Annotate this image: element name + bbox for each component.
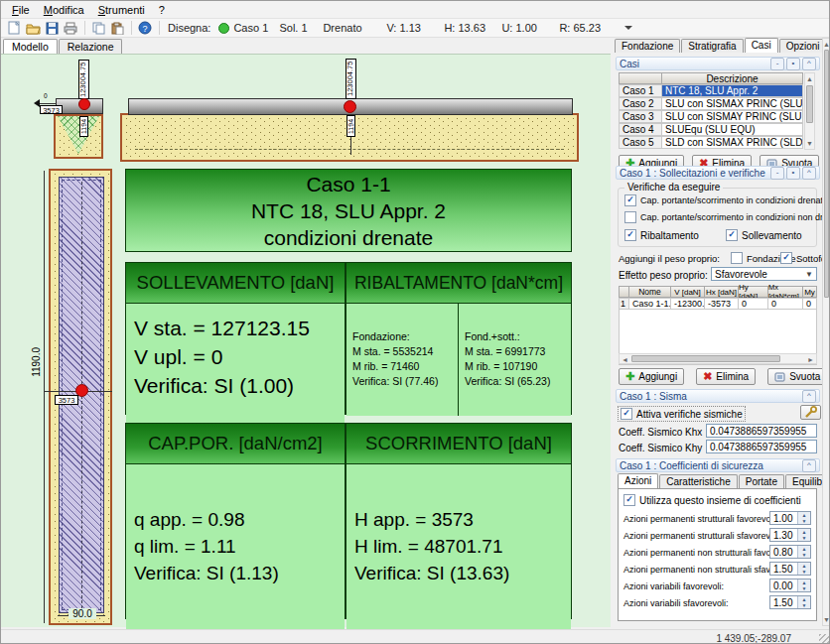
casi-table-scrollbar[interactable]: ▲ ▼	[804, 72, 815, 150]
tab-modello[interactable]: Modello	[3, 39, 58, 55]
tab-relazione[interactable]: Relazione	[59, 39, 123, 54]
group-pin-button[interactable]: •	[786, 58, 800, 70]
grid-row[interactable]: 1 Caso 1-1... -12300... -3573 0 0 0	[619, 298, 817, 310]
row-header[interactable]: Caso 3	[619, 110, 662, 123]
table-row[interactable]: Caso 2 SLU con SISMAX PRINC (SLU Appr...	[619, 97, 803, 110]
coeff-value[interactable]: 1.50	[770, 596, 797, 608]
coeff-value[interactable]: 0.00	[770, 580, 797, 591]
resize-grip[interactable]	[819, 634, 829, 644]
group-minus-button[interactable]: -	[770, 167, 784, 180]
scroll-up-icon[interactable]: ▲	[805, 73, 814, 82]
spinner-arrows-icon[interactable]: ▲▼	[797, 596, 810, 608]
table-row[interactable]: Caso 1 NTC 18, SLU Appr. 2	[619, 84, 803, 97]
scroll-down-icon[interactable]: ▼	[805, 140, 814, 147]
table-row[interactable]: Caso 3 SLU con SISMAY PRINC (SLU Appr...	[619, 110, 803, 123]
print-button[interactable]	[62, 20, 79, 36]
copy-button[interactable]	[89, 20, 107, 36]
row-header[interactable]: Caso 4	[619, 123, 662, 136]
checkbox-icon[interactable]: ✓	[624, 229, 636, 241]
row-header[interactable]: Caso 2	[619, 97, 662, 110]
scroll-left-icon[interactable]: ◄	[622, 356, 628, 363]
table-row[interactable]: Caso 5 SLD con SISMAX PRINC (SLD)	[619, 136, 803, 149]
checkbox-icon[interactable]: ✓	[780, 252, 792, 264]
chevron-down-icon[interactable]	[624, 26, 632, 30]
scrollbar-thumb[interactable]	[806, 85, 813, 123]
scroll-up-icon[interactable]: ▲	[823, 39, 830, 48]
checkbox-icon[interactable]: ✓	[726, 229, 738, 241]
table-row[interactable]: Caso 4 SLUEqu (SLU EQU)	[619, 123, 803, 136]
sisma-settings-button[interactable]	[800, 405, 821, 420]
spinner-arrows-icon[interactable]: ▲▼	[797, 546, 810, 558]
collapse-chevron-icon[interactable]: ^	[802, 58, 816, 70]
checkbox-icon[interactable]: ✓	[621, 408, 632, 420]
grid-hscrollbar[interactable]: ◄ ►	[619, 353, 817, 364]
spinner-arrows-icon[interactable]: ▲▼	[797, 563, 810, 575]
coeff-value[interactable]: 1.50	[770, 563, 797, 575]
grid-cell-v[interactable]: -12300...	[671, 298, 705, 310]
khy-input[interactable]	[706, 440, 817, 453]
loads-clear-button[interactable]: Svuota	[767, 368, 827, 385]
chk-drenate[interactable]: ✓ Cap. portante/scorrimento in condizion…	[624, 194, 828, 206]
collapse-chevron-icon[interactable]: ^	[802, 167, 816, 180]
grid-cell-mx[interactable]: 0	[768, 298, 803, 310]
loads-add-button[interactable]: ✚Aggiungi	[619, 368, 684, 385]
tab-fondazione[interactable]: Fondazione	[615, 39, 680, 53]
coeff-spinner[interactable]: 0.80▲▼	[769, 545, 811, 559]
scroll-down-icon[interactable]: ▼	[823, 616, 830, 623]
chk-utilizza[interactable]: ✓ Utilizza questo insieme di coefficient…	[623, 494, 801, 506]
panel-scrollbar[interactable]: ▲ ▼	[822, 38, 830, 626]
scrollbar-thumb[interactable]	[631, 355, 780, 362]
coeff-spinner[interactable]: 1.50▲▼	[769, 595, 811, 609]
open-file-button[interactable]	[24, 20, 42, 36]
help-button[interactable]: ?	[136, 20, 154, 36]
chk-non-drenate[interactable]: Cap. portante/scorrimento in condizioni …	[624, 211, 830, 223]
scrollbar-thumb[interactable]	[824, 50, 829, 298]
loads-delete-button[interactable]: ✖Elimina	[696, 368, 756, 385]
tab-caratteristiche[interactable]: Caratteristiche	[659, 474, 737, 488]
row-desc[interactable]: SLD con SISMAX PRINC (SLD)	[662, 136, 803, 149]
checkbox-icon[interactable]: ✓	[623, 494, 635, 506]
group-minus-button[interactable]: -	[770, 58, 784, 70]
paste-button[interactable]	[108, 20, 126, 36]
grid-cell-nome[interactable]: Caso 1-1...	[629, 298, 671, 310]
collapse-chevron-icon[interactable]: ^	[802, 390, 816, 403]
grid-cell-hx[interactable]: -3573	[705, 298, 739, 310]
chk-attiva-sismiche[interactable]: ✓ Attiva verifiche sismiche	[619, 407, 745, 421]
tab-azioni[interactable]: Azioni	[618, 473, 658, 488]
menu-modifica[interactable]: Modifica	[37, 3, 91, 17]
row-desc[interactable]: NTC 18, SLU Appr. 2	[662, 84, 803, 97]
coeff-spinner[interactable]: 1.50▲▼	[769, 562, 811, 576]
menu-strumenti[interactable]: Strumenti	[91, 3, 152, 17]
checkbox-icon[interactable]	[624, 211, 636, 223]
spinner-arrows-icon[interactable]: ▲▼	[797, 529, 810, 541]
toolbar-sol[interactable]: Sol. 1	[279, 22, 317, 34]
drawing-canvas[interactable]: 123004.75 1194 0 3573 123004.75 1194 119…	[1, 54, 611, 627]
coeff-spinner[interactable]: 1.30▲▼	[769, 528, 811, 542]
menu-help[interactable]: ?	[152, 3, 172, 17]
row-header[interactable]: Caso 1	[619, 84, 662, 97]
grid-cell-hy[interactable]: 0	[739, 298, 768, 310]
collapse-chevron-icon[interactable]: ^	[802, 459, 816, 472]
toolbar-caso[interactable]: Caso 1	[233, 22, 273, 34]
checkbox-icon[interactable]	[731, 252, 743, 264]
coeff-value[interactable]: 1.30	[770, 529, 797, 541]
chk-ribaltamento[interactable]: ✓ Ribaltamento	[624, 229, 699, 241]
tab-stratigrafia[interactable]: Stratigrafia	[681, 39, 743, 53]
grid-cell-my[interactable]: 0	[803, 298, 817, 310]
chk-sollevamento[interactable]: ✓ Sollevamento	[726, 229, 802, 241]
checkbox-icon[interactable]: ✓	[624, 194, 636, 206]
spinner-arrows-icon[interactable]: ▲▼	[797, 512, 810, 524]
row-desc[interactable]: SLU con SISMAX PRINC (SLU Appr...	[662, 97, 803, 110]
menu-file[interactable]: File	[5, 3, 37, 17]
khx-input[interactable]	[706, 424, 817, 438]
toolbar-drenato[interactable]: Drenato	[323, 22, 380, 34]
scroll-right-icon[interactable]: ►	[807, 356, 814, 363]
row-header[interactable]: Caso 5	[619, 136, 662, 149]
spinner-arrows-icon[interactable]: ▲▼	[797, 580, 810, 591]
save-button[interactable]	[43, 20, 61, 36]
effetto-select[interactable]: Sfavorevole ▼	[711, 267, 817, 281]
new-file-button[interactable]	[5, 20, 23, 36]
coeff-spinner[interactable]: 0.00▲▼	[769, 579, 811, 592]
row-desc[interactable]: SLU con SISMAY PRINC (SLU Appr...	[662, 110, 803, 123]
tab-portate[interactable]: Portate	[739, 474, 784, 488]
